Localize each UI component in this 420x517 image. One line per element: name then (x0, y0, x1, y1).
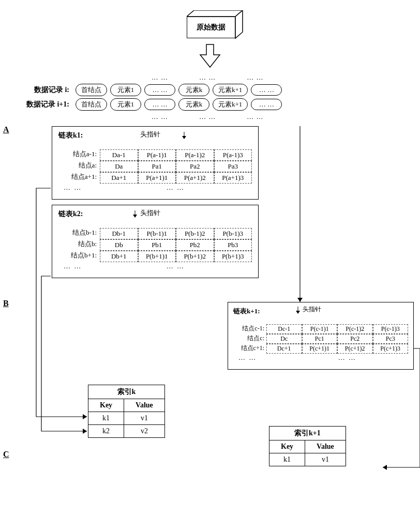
pill-head-node: 首结点 (76, 98, 107, 111)
index-value-header: Value (124, 399, 165, 412)
cell: P(c+1)3 (373, 344, 409, 354)
node-label: 结点b-1: (58, 228, 100, 239)
pill-element-kp1: 元素k+1 (213, 84, 248, 96)
ellipsis: … … (161, 184, 185, 192)
svg-marker-8 (182, 136, 186, 139)
panel-linked-list-k1: 链表k1: 头指针 结点a-1: Da-1 P(a-1)1 P(a-1)2 P(… (52, 126, 259, 200)
index-key-header: Key (269, 440, 305, 453)
index-value-header: Value (305, 440, 346, 453)
node-label: 结点c: (233, 334, 266, 344)
cell: Pa2 (176, 161, 214, 172)
cell: Da-1 (100, 149, 138, 161)
record-row-ip1: 数据记录 i+1: 首结点 元素1 … … 元素k 元素k+1 … … (16, 98, 399, 111)
panel-linked-list-k2: 链表k2: 头指针 结点b-1: Db-1 P(b-1)1 P(b-1)2 P(… (52, 205, 259, 278)
ellipsis: … … (152, 73, 168, 82)
head-pointer-label: 头指针 (140, 130, 160, 139)
svg-marker-10 (133, 215, 137, 218)
node-label: 结点c-1: (233, 324, 266, 334)
index-table-k: 索引k Key Value k1 v1 k2 v2 (88, 385, 165, 438)
cell: P(b+1)3 (214, 251, 252, 262)
down-arrow-icon (132, 210, 138, 218)
cell: P(a-1)3 (214, 149, 252, 161)
svg-marker-12 (296, 311, 300, 314)
index-key-header: Key (88, 399, 124, 412)
cell: Pb2 (176, 239, 214, 251)
node-table-k1: 结点a-1: Da-1 P(a-1)1 P(a-1)2 P(a-1)3 结点a:… (58, 149, 252, 184)
pill-element-1: 元素1 (110, 84, 141, 96)
node-label: 结点b+1: (58, 251, 100, 262)
pill-element-kp1: 元素k+1 (213, 98, 248, 111)
pill-element-1: 元素1 (110, 98, 141, 111)
cell: P(a+1)1 (138, 172, 176, 184)
section-letter-C: C (3, 450, 9, 459)
svg-marker-0 (187, 10, 243, 17)
pill-dots: … … (144, 99, 175, 110)
cell: Pa3 (214, 161, 252, 172)
ellipsis: … … (199, 113, 216, 121)
raw-data-label: 原始数据 (187, 17, 235, 38)
cell: Pc2 (337, 334, 373, 344)
pill-element-k: 元素k (178, 84, 209, 96)
cell: Dc-1 (266, 324, 302, 334)
ellipsis: … … (247, 73, 263, 82)
index-cell: k1 (269, 453, 305, 466)
pill-dots: … … (251, 99, 282, 110)
ellipsis: … … (58, 262, 82, 270)
index-table-kp1: 索引k+1 Key Value k1 v1 (269, 426, 346, 466)
cell: P(a+1)3 (214, 172, 252, 184)
head-pointer-label: 头指针 (303, 305, 321, 314)
cell: P(c-1)2 (337, 324, 373, 334)
record-label-ip1: 数据记录 i+1: (16, 100, 72, 109)
svg-marker-4 (83, 414, 87, 419)
node-table-k2: 结点b-1: Db-1 P(b-1)1 P(b-1)2 P(b-1)3 结点b:… (58, 228, 252, 262)
cell: Pc1 (302, 334, 338, 344)
svg-marker-6 (383, 465, 387, 470)
cell: P(b+1)2 (176, 251, 214, 262)
cell: P(b+1)1 (138, 251, 176, 262)
ellipsis: … … (161, 262, 185, 270)
index-cell: v1 (305, 453, 346, 466)
svg-marker-3 (297, 298, 303, 302)
index-title-k: 索引k (88, 385, 165, 399)
ellipsis: … … (58, 184, 82, 192)
ellipsis: … … (199, 73, 216, 82)
pill-head-node: 首结点 (76, 84, 107, 96)
index-cell: k1 (88, 412, 124, 425)
cell: P(b-1)1 (138, 228, 176, 239)
cell: Da+1 (100, 172, 138, 184)
ellipsis: … … (247, 113, 263, 121)
panel-linked-list-kp1: 链表k+1: 头指针 结点c-1: Dc-1 P(c-1)1 P(c-1)2 P… (228, 302, 414, 370)
node-table-kp1: 结点c-1: Dc-1 P(c-1)1 P(c-1)2 P(c-1)3 结点c:… (233, 324, 408, 354)
down-arrow-icon (182, 132, 187, 139)
cell: Pb3 (214, 239, 252, 251)
cell: P(b-1)3 (214, 228, 252, 239)
down-arrow-icon (295, 307, 301, 314)
index-cell: k2 (88, 425, 124, 438)
cell: Pb1 (138, 239, 176, 251)
cell: P(a-1)1 (138, 149, 176, 161)
cell: P(a-1)2 (176, 149, 214, 161)
cell: Db-1 (100, 228, 138, 239)
svg-marker-5 (83, 429, 87, 434)
ellipsis: … … (152, 113, 168, 121)
raw-data-cube: 原始数据 (187, 10, 244, 38)
cell: Dc+1 (266, 344, 302, 354)
ellipsis: … … (233, 354, 257, 362)
section-letter-A: A (3, 125, 9, 134)
node-label: 结点a+1: (58, 172, 100, 184)
cell: Da (100, 161, 138, 172)
index-title-kp1: 索引k+1 (269, 427, 346, 440)
section-letter-B: B (3, 299, 9, 308)
records-area: … … … … … … 数据记录 i: 首结点 元素1 … … 元素k 元素k+… (16, 73, 399, 121)
index-cell: v2 (124, 425, 165, 438)
pill-dots: … … (144, 84, 175, 96)
node-label: 结点c+1: (233, 344, 266, 354)
down-arrow-icon (197, 43, 223, 69)
cell: P(c-1)3 (373, 324, 409, 334)
cell: Pa1 (138, 161, 176, 172)
cell: Db (100, 239, 138, 251)
cell: Pc3 (373, 334, 409, 344)
cell: P(a+1)2 (176, 172, 214, 184)
record-row-i: 数据记录 i: 首结点 元素1 … … 元素k 元素k+1 … … (16, 84, 399, 96)
cell: Dc (266, 334, 302, 344)
